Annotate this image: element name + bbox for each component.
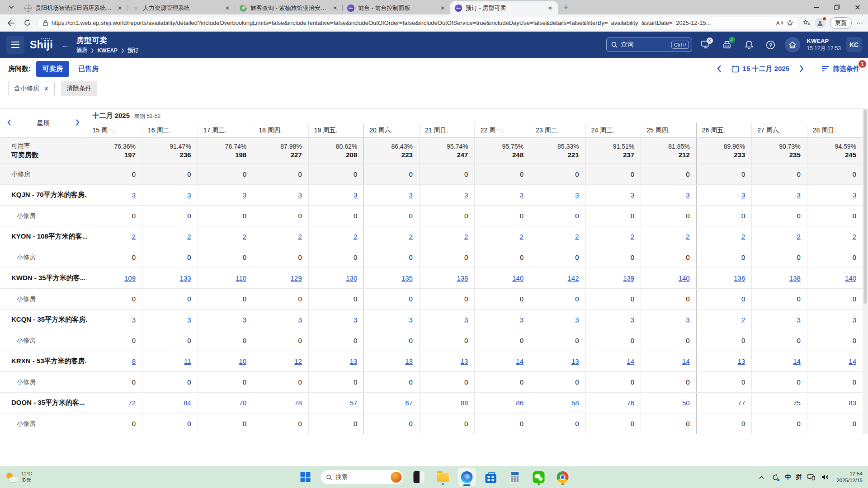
next-day-button[interactable] <box>799 65 804 72</box>
availability-link[interactable]: 2 <box>853 233 856 240</box>
availability-link[interactable]: 67 <box>405 399 413 407</box>
availability-link[interactable]: 3 <box>797 191 800 199</box>
chrome-button[interactable] <box>554 468 572 486</box>
availability-link[interactable]: 3 <box>797 316 800 324</box>
address-bar[interactable]: https://cn1.web.ep.shiji.world/reports/a… <box>37 17 799 29</box>
availability-link[interactable]: 133 <box>180 274 191 282</box>
taskbar-clock[interactable]: 12:54 2025/12/15 <box>836 470 863 484</box>
chip-remove-icon[interactable]: ✕ <box>44 85 49 92</box>
availability-link[interactable]: 2 <box>686 233 689 240</box>
filter-chip-minor-repairs[interactable]: 含小修房 ✕ <box>8 81 55 96</box>
breadcrumb-item[interactable]: 预订 <box>128 47 139 54</box>
ime-language-indicator[interactable]: 中 <box>785 473 791 481</box>
volume-icon[interactable] <box>821 471 830 483</box>
availability-link[interactable]: 138 <box>457 274 468 282</box>
browser-profile-button[interactable] <box>815 18 826 28</box>
notifications-button[interactable] <box>741 37 757 53</box>
availability-link[interactable]: 3 <box>853 316 856 324</box>
microsoft-store-button[interactable] <box>482 468 500 486</box>
read-aloud-icon[interactable]: A <box>776 20 783 26</box>
availability-link[interactable]: 86 <box>516 399 524 407</box>
availability-link[interactable]: 3 <box>132 316 136 324</box>
week-next-button[interactable] <box>75 119 80 127</box>
clear-filters-button[interactable]: 清除条件 <box>61 81 97 96</box>
home-button[interactable] <box>784 37 801 53</box>
favorites-hub-icon[interactable] <box>803 19 810 26</box>
availability-link[interactable]: 2 <box>575 233 579 240</box>
availability-link[interactable]: 11 <box>184 357 191 365</box>
availability-link[interactable]: 3 <box>631 191 634 199</box>
tab-search-button[interactable] <box>4 1 19 13</box>
availability-link[interactable]: 78 <box>294 399 302 407</box>
availability-link[interactable]: 2 <box>298 233 302 240</box>
taskbar-weather-widget[interactable]: 11°C 多云 <box>5 471 32 483</box>
availability-link[interactable]: 12 <box>294 357 302 365</box>
tab-close-icon[interactable]: ✕ <box>223 4 231 12</box>
filter-conditions-button[interactable]: 筛选条件 1 <box>822 65 860 73</box>
availability-link[interactable]: 76 <box>627 399 634 407</box>
availability-link[interactable]: 2 <box>741 316 745 324</box>
minimize-button[interactable] <box>806 0 826 14</box>
availability-link[interactable]: 3 <box>575 191 579 199</box>
sold-rooms-tab[interactable]: 已售房 <box>78 65 99 73</box>
availability-link[interactable]: 3 <box>686 316 689 324</box>
phone-link-icon[interactable] <box>807 471 816 483</box>
availability-link[interactable]: 3 <box>741 191 745 199</box>
sync-icon[interactable] <box>771 471 780 483</box>
availability-link[interactable]: 3 <box>298 316 302 324</box>
availability-link[interactable]: 8 <box>132 357 136 365</box>
prev-day-button[interactable] <box>717 65 722 72</box>
hamburger-menu-button[interactable] <box>6 36 24 54</box>
availability-link[interactable]: 2 <box>741 233 745 240</box>
availability-link[interactable]: 3 <box>520 191 524 199</box>
availability-link[interactable]: 139 <box>623 274 634 282</box>
availability-link[interactable]: 2 <box>631 233 634 240</box>
search-highlight-icon[interactable] <box>391 472 402 483</box>
availability-link[interactable]: 135 <box>401 274 413 282</box>
availability-link[interactable]: 140 <box>512 274 524 282</box>
available-rooms-tab[interactable]: 可卖房 <box>36 61 69 77</box>
pinned-app-dark[interactable] <box>410 468 428 486</box>
availability-link[interactable]: 3 <box>520 316 524 324</box>
date-picker[interactable]: 15 十二月 2025 <box>731 65 789 73</box>
availability-link[interactable]: 13 <box>350 357 358 365</box>
availability-link[interactable]: 3 <box>409 316 413 324</box>
start-button[interactable] <box>297 468 315 486</box>
week-prev-button[interactable] <box>7 119 11 127</box>
taskbar-search-input[interactable]: 搜索 <box>321 470 404 484</box>
availability-link[interactable]: 136 <box>734 274 745 282</box>
availability-link[interactable]: 3 <box>575 316 579 324</box>
availability-link[interactable]: 83 <box>849 399 856 407</box>
tab-close-icon[interactable]: ✕ <box>439 4 447 12</box>
browser-tab-active[interactable]: 预订 - 房型可卖 ✕ <box>450 1 558 14</box>
availability-link[interactable]: 3 <box>686 191 689 199</box>
availability-link[interactable]: 3 <box>853 191 856 199</box>
breadcrumb-item[interactable]: KWEAP <box>97 47 118 54</box>
ime-pinyin-indicator[interactable]: 拼 <box>796 473 802 481</box>
availability-link[interactable]: 2 <box>243 233 246 240</box>
availability-link[interactable]: 3 <box>187 191 191 199</box>
availability-link[interactable]: 3 <box>354 191 357 199</box>
availability-link[interactable]: 3 <box>298 191 302 199</box>
close-window-button[interactable]: ✕ <box>847 0 868 14</box>
availability-link[interactable]: 3 <box>187 316 191 324</box>
user-avatar[interactable]: KC <box>846 37 862 52</box>
availability-link[interactable]: 14 <box>849 357 856 365</box>
edge-button[interactable] <box>458 468 476 486</box>
help-button[interactable]: ? <box>763 37 779 53</box>
availability-link[interactable]: 88 <box>461 399 468 407</box>
browser-menu-icon[interactable]: ⋯ <box>856 19 863 27</box>
availability-link[interactable]: 50 <box>682 399 690 407</box>
calculator-button[interactable] <box>506 468 524 486</box>
availability-link[interactable]: 57 <box>350 399 358 407</box>
availability-link[interactable]: 77 <box>738 399 745 407</box>
availability-link[interactable]: 72 <box>128 399 136 407</box>
availability-link[interactable]: 3 <box>409 191 413 199</box>
page-back-button[interactable]: ← <box>60 40 71 50</box>
availability-link[interactable]: 2 <box>797 233 800 240</box>
availability-link[interactable]: 14 <box>516 357 524 365</box>
browser-tab[interactable]: 旅客查询 - 紫楠旅馆业治安信息管 ✕ <box>235 1 343 14</box>
availability-link[interactable]: 75 <box>793 399 801 407</box>
terminal-status-button[interactable]: ✕ <box>698 37 714 53</box>
availability-link[interactable]: 2 <box>187 233 191 240</box>
